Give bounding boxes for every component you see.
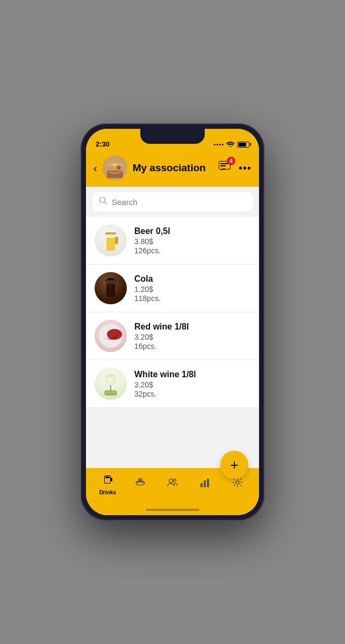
svg-point-28 <box>106 374 115 377</box>
page-title: My association <box>133 162 213 174</box>
item-name: Beer 0,5l <box>134 226 250 236</box>
list-item[interactable]: White wine 1/8l 3.20$ 32pcs. <box>86 360 259 408</box>
drinks-icon <box>102 473 113 488</box>
svg-rect-36 <box>138 478 139 482</box>
settings-icon <box>232 477 243 492</box>
add-button[interactable]: + <box>220 451 248 479</box>
list-item[interactable]: Red wine 1/8l 3.20$ 16pcs. <box>86 312 259 360</box>
back-button[interactable]: ‹ <box>94 163 97 173</box>
notch <box>140 129 205 144</box>
item-image-beer <box>95 224 127 257</box>
item-price: 3.20$ <box>134 333 250 341</box>
status-time: 2:30 <box>96 140 110 148</box>
item-image-whitewine <box>95 368 127 400</box>
svg-point-39 <box>169 479 173 483</box>
avatar-image <box>103 156 127 180</box>
wifi-icon <box>226 141 235 148</box>
svg-rect-5 <box>108 164 122 166</box>
stats-icon <box>199 477 211 492</box>
home-indicator <box>86 504 259 515</box>
status-icons <box>214 141 249 148</box>
notification-badge: 4 <box>227 157 235 165</box>
svg-rect-34 <box>111 478 112 481</box>
more-button[interactable]: ••• <box>239 162 251 174</box>
search-icon <box>99 196 107 207</box>
item-qty: 16pcs. <box>134 342 250 350</box>
item-price: 1.20$ <box>134 285 250 294</box>
item-name: Cola <box>134 274 250 284</box>
svg-rect-42 <box>204 480 206 487</box>
nav-item-drinks[interactable]: Drinks <box>91 473 124 495</box>
fab-container: + <box>220 451 248 479</box>
item-qty: 118pcs. <box>134 294 250 303</box>
item-info-cola: Cola 1.20$ 118pcs. <box>134 274 250 303</box>
svg-rect-33 <box>105 477 110 478</box>
svg-rect-29 <box>105 391 117 395</box>
item-name: White wine 1/8l <box>134 370 250 379</box>
svg-rect-43 <box>207 479 209 487</box>
item-info-redwine: Red wine 1/8l 3.20$ 16pcs. <box>134 322 250 350</box>
signal-icon <box>214 144 224 145</box>
chat-button[interactable]: 4 <box>218 160 232 176</box>
items-list: Beer 0,5l 3.80$ 126pcs. C <box>86 217 259 468</box>
item-price: 3.80$ <box>134 237 250 246</box>
list-item[interactable]: Beer 0,5l 3.80$ 126pcs. <box>86 217 259 265</box>
item-info-beer: Beer 0,5l 3.80$ 126pcs. <box>134 226 250 255</box>
item-image-redwine <box>95 320 127 352</box>
battery-icon <box>238 142 249 148</box>
svg-rect-37 <box>140 478 141 482</box>
svg-point-44 <box>236 481 239 484</box>
phone-screen: 2:30 <box>86 129 259 515</box>
item-price: 3.20$ <box>134 380 250 389</box>
svg-rect-8 <box>220 163 228 164</box>
item-name: Red wine 1/8l <box>134 322 250 332</box>
svg-point-16 <box>107 235 110 237</box>
search-input[interactable] <box>112 197 246 207</box>
item-image-cola <box>95 272 127 304</box>
avatar[interactable] <box>103 156 127 180</box>
members-icon <box>167 477 178 492</box>
nav-item-food[interactable] <box>124 477 156 492</box>
svg-point-17 <box>111 234 112 236</box>
svg-point-40 <box>174 479 176 482</box>
list-item[interactable]: Cola 1.20$ 118pcs. <box>86 265 259 312</box>
svg-rect-21 <box>106 280 115 284</box>
nav-item-stats[interactable] <box>189 477 221 492</box>
header: ‹ My association <box>86 151 259 187</box>
svg-rect-15 <box>115 237 118 244</box>
header-actions: 4 ••• <box>218 160 251 176</box>
svg-line-11 <box>105 202 107 204</box>
nav-label-drinks: Drinks <box>99 489 116 495</box>
item-qty: 126pcs. <box>134 246 250 255</box>
item-qty: 32pcs. <box>134 390 250 398</box>
food-icon <box>134 477 146 492</box>
svg-rect-38 <box>141 478 142 482</box>
item-info-whitewine: White wine 1/8l 3.20$ 32pcs. <box>134 370 250 398</box>
nav-item-members[interactable] <box>156 477 189 492</box>
phone-shell: 2:30 <box>81 123 264 521</box>
home-bar <box>146 509 199 511</box>
svg-point-22 <box>109 286 111 288</box>
search-bar <box>92 192 253 211</box>
svg-rect-9 <box>220 165 226 166</box>
svg-rect-41 <box>200 483 203 487</box>
nav-item-settings[interactable] <box>221 477 254 492</box>
